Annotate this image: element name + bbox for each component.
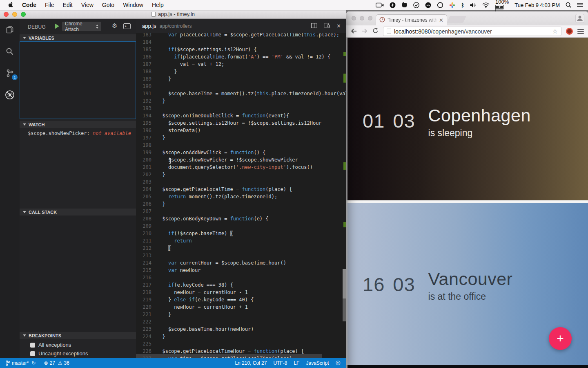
menu-item-window[interactable]: Window (123, 2, 143, 8)
close-tab-icon[interactable]: × (337, 23, 341, 29)
vertical-scrollbar-thumb[interactable] (343, 298, 346, 321)
back-button[interactable] (350, 28, 357, 35)
watch-value: not available (93, 130, 131, 136)
debug-label: DEBUG (28, 24, 46, 30)
watch-expression[interactable]: $scope.showNewPicker: (28, 130, 90, 136)
debug-console-icon[interactable]: ▸ (123, 23, 131, 29)
code-line: 203 (136, 178, 346, 186)
breakpoint-checkbox[interactable] (30, 343, 35, 348)
macos-menu-bar: CodeFileEditViewGotoWindowHelp ᛒ 100% Tu… (0, 0, 588, 10)
overview-ruler-mark (343, 74, 346, 83)
city-name: Copenhagen (428, 105, 531, 126)
creative-cloud-icon[interactable] (437, 2, 443, 8)
tasks-check-icon[interactable] (413, 2, 419, 8)
debug-icon[interactable] (4, 90, 15, 100)
tab-title: Timey - timezones with a h (388, 17, 438, 23)
chrome-menu-icon[interactable] (577, 29, 584, 34)
code-line: 222 (136, 318, 346, 325)
tab-filename[interactable]: app.js (142, 23, 156, 29)
minimize-window-button[interactable] (360, 16, 364, 20)
menu-item-code[interactable]: Code (22, 2, 36, 8)
refresh-button[interactable] (372, 28, 379, 35)
menubar-clock[interactable]: Tue Feb 9 4:03 PM (514, 2, 560, 8)
search-icon[interactable] (4, 46, 15, 57)
bottom-edge (346, 365, 588, 368)
power-menu-icon[interactable] (390, 2, 396, 8)
zoom-window-button[interactable] (368, 16, 372, 20)
city-panel-copenhagen[interactable]: 01 03 Copenhagen is sleeping (346, 38, 588, 200)
url-host: localhost:8080 (394, 28, 431, 35)
debug-settings-gear-icon[interactable]: ⚙ (112, 22, 117, 29)
variables-section-header[interactable]: VARIABLES (20, 34, 136, 41)
breakpoint-row[interactable]: All exceptions (20, 341, 136, 349)
extension-icon[interactable] (566, 28, 573, 35)
split-editor-icon[interactable] (311, 22, 317, 30)
time-minute: 03 (393, 110, 415, 132)
menu-item-edit[interactable]: Edit (63, 2, 73, 8)
cursor-position[interactable]: Ln 210, Col 27 (235, 360, 267, 366)
git-branch-indicator[interactable]: master* (6, 360, 29, 366)
menu-item-help[interactable]: Help (152, 2, 164, 8)
preview-icon[interactable] (324, 22, 330, 30)
profile-avatar-icon[interactable] (575, 14, 584, 23)
bluetooth-icon[interactable]: ᛒ (461, 2, 464, 8)
close-window-button[interactable] (352, 16, 356, 20)
code-line: 200 $scope.showNewPicker = !$scope.showN… (136, 156, 346, 164)
feedback-smiley-icon[interactable]: ☺ (335, 360, 341, 366)
minimize-window-button[interactable] (12, 12, 17, 17)
eol-indicator[interactable]: LF (294, 360, 299, 366)
bookmark-star-icon[interactable]: ☆ (552, 28, 558, 35)
spotlight-icon[interactable] (566, 2, 571, 8)
page-icon[interactable] (387, 29, 391, 34)
watch-section-header[interactable]: WATCH (20, 121, 136, 128)
document-icon (151, 12, 156, 17)
forward-button[interactable] (361, 28, 368, 35)
apple-menu-icon[interactable] (8, 1, 13, 9)
city-time[interactable]: 16 03 (363, 273, 415, 296)
language-mode[interactable]: JavaScript (306, 360, 329, 366)
code-line: 187 val = val + 12; (136, 61, 346, 68)
debug-config-select[interactable]: Chrome Attach (62, 22, 101, 31)
wifi-icon[interactable] (482, 2, 490, 8)
notification-center-icon[interactable] (577, 2, 583, 7)
sync-icon[interactable]: ↻ (31, 360, 36, 366)
menu-item-goto[interactable]: Goto (102, 2, 114, 8)
warning-count[interactable]: ⚠36 (58, 360, 69, 366)
callstack-panel[interactable] (20, 215, 136, 332)
volume-icon[interactable] (470, 2, 477, 8)
code-line: 195 $scope.settings.is12Hour = !$scope.s… (136, 119, 346, 127)
encoding-indicator[interactable]: UTF-8 (273, 360, 287, 366)
explorer-icon[interactable] (4, 25, 15, 35)
breakpoint-row[interactable]: Uncaught exceptions (20, 349, 136, 358)
coffee-app-icon[interactable] (425, 2, 431, 8)
new-tab-button[interactable] (447, 16, 466, 23)
debug-start-button[interactable] (55, 23, 59, 29)
code-editor[interactable]: 183 var placeLocalTime = $scope.getPlace… (136, 33, 346, 358)
chrome-tab-strip[interactable]: Timey - timezones with a h ✕ (346, 11, 588, 25)
evernote-icon[interactable] (401, 2, 408, 8)
breakpoints-section-header[interactable]: BREAKPOINTS (20, 332, 136, 339)
city-time[interactable]: 01 03 (363, 110, 415, 132)
city-status: is at the office (428, 291, 513, 302)
menu-item-view[interactable]: View (81, 2, 94, 8)
zoom-window-button[interactable] (21, 12, 26, 17)
callstack-section-header[interactable]: CALL STACK (20, 209, 136, 215)
vertical-scrollbar-thumb[interactable] (343, 269, 346, 298)
vscode-titlebar[interactable]: app.js - timey.in (0, 10, 346, 19)
screen-record-icon[interactable] (376, 2, 384, 8)
code-line: 191 $scope.baseTime = moment().tz(this.p… (136, 90, 346, 97)
address-bar[interactable]: localhost:8080/copenhagen/vancouver ☆ (383, 27, 561, 36)
menu-item-file[interactable]: File (45, 2, 54, 8)
error-count[interactable]: ⊗27 (44, 360, 55, 366)
close-window-button[interactable] (4, 12, 9, 17)
variables-panel[interactable] (20, 41, 136, 119)
browser-tab[interactable]: Timey - timezones with a h ✕ (376, 14, 447, 25)
close-tab-icon[interactable]: ✕ (439, 17, 443, 23)
watch-panel[interactable]: $scope.showNewPicker: not available (20, 128, 136, 209)
add-city-fab-button[interactable]: + (549, 327, 572, 350)
breakpoint-checkbox[interactable] (30, 351, 35, 356)
battery-indicator[interactable]: 100% (495, 0, 509, 11)
source-control-icon[interactable]: 1 (4, 68, 15, 79)
code-line: 204 $scope.getPlaceLocalTime = function(… (136, 186, 346, 193)
photos-icon[interactable] (449, 2, 455, 8)
